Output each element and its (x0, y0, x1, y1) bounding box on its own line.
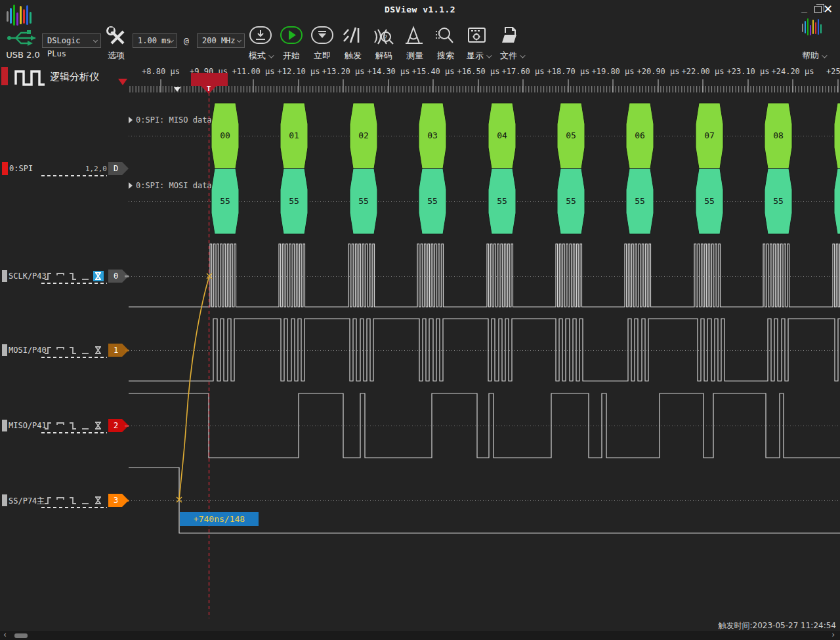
decode-row-label: 0:SPI: MOSI data (136, 181, 212, 190)
ruler-label: +18.70 μs (547, 67, 589, 76)
waveform-SCLK/P43 (129, 244, 840, 307)
channel-guide-tick (125, 425, 129, 427)
ruler-label: +16.50 μs (457, 67, 499, 76)
decode-row-expand-icon[interactable] (129, 182, 133, 189)
logo-bar (20, 6, 22, 24)
decode-row-label: 0:SPI: MISO data (136, 115, 212, 125)
logo-bar (30, 12, 32, 24)
horizontal-scrollbar[interactable] (0, 631, 840, 640)
trigger-flag-label: T (207, 85, 211, 93)
ruler-label: +23.10 μs (726, 67, 769, 76)
ruler-label: +17.60 μs (501, 67, 544, 76)
decode-block-value: 55 (497, 196, 507, 206)
trigger-flag[interactable] (191, 73, 228, 86)
channel-guide-tick (125, 500, 129, 502)
logo-bar (26, 5, 28, 25)
decode-block-value: 04 (497, 130, 507, 140)
decode-row-expand-icon[interactable] (129, 117, 133, 123)
decode-block-value: 02 (358, 130, 369, 140)
logo-bar (13, 5, 15, 26)
logo-bar (16, 12, 18, 26)
ruler-label: +12.10 μs (277, 67, 320, 76)
decode-block[interactable] (834, 169, 840, 234)
logo-bar (10, 8, 12, 24)
decode-block-value: 55 (773, 196, 784, 206)
ruler-label: +24.20 μs (771, 67, 814, 76)
decode-block-value: 55 (566, 196, 576, 206)
ruler-label: +8.80 μs (142, 67, 180, 76)
ruler-label: +15.40 μs (411, 67, 454, 76)
decode-block-value: 07 (704, 130, 715, 140)
decode-block-value: 05 (566, 130, 576, 140)
logo-bar (23, 9, 25, 24)
measure-curve (179, 276, 209, 500)
ruler-label: +11.00 μs (232, 67, 274, 76)
ruler-label: +13.20 μs (322, 67, 364, 76)
scroll-right-icon[interactable]: › (831, 630, 835, 639)
decode-block-value: 08 (773, 130, 784, 140)
measure-annotation: +740ns/148 (180, 512, 259, 526)
trigger-time-status: 触发时间:2023-05-27 11:24:54 (719, 620, 837, 631)
waveform-MISO/P41 (129, 393, 840, 458)
decode-block-value: 55 (635, 196, 645, 206)
ruler-label: +22.00 μs (681, 67, 724, 76)
logo-bar (7, 11, 9, 22)
ruler-label: +19.80 μs (591, 67, 634, 76)
ruler-label: +14.30 μs (367, 67, 410, 76)
decode-block-value: 00 (220, 130, 230, 140)
decode-block[interactable] (834, 103, 840, 169)
decode-block-value: 55 (704, 196, 715, 206)
decode-block-value: 55 (220, 196, 230, 206)
decode-block-value: 01 (289, 130, 299, 140)
channel-guide-tick (125, 275, 129, 277)
ruler-label: +25.3 (826, 67, 840, 76)
decode-block-value: 06 (635, 130, 645, 140)
decode-block-value: 03 (427, 130, 438, 140)
scroll-left-icon[interactable]: ‹ (3, 630, 7, 639)
channel-guide-tick (125, 350, 129, 351)
decode-block-value: 55 (358, 196, 369, 206)
waveform-plot[interactable]: +8.80 μs+9.90 μs+11.00 μs+12.10 μs+13.20… (0, 0, 840, 640)
decode-block-value: 55 (427, 196, 438, 206)
scrollbar-handle[interactable] (14, 633, 28, 638)
decode-block-value: 55 (289, 196, 299, 206)
ruler-label: +20.90 μs (637, 67, 679, 76)
waveform-MOSI/P40 (129, 319, 840, 381)
